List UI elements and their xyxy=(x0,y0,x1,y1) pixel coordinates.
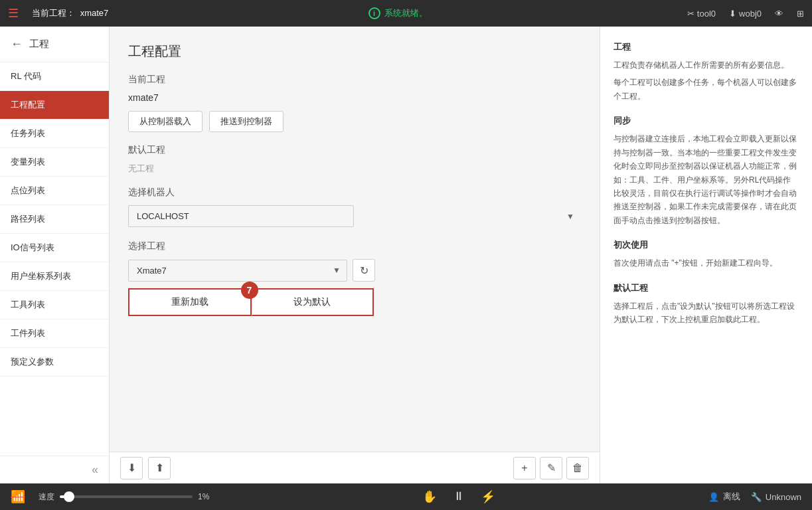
sidebar-item-variable-list[interactable]: 变量列表 xyxy=(0,148,109,177)
topbar: ☰ 当前工程： xmate7 i 系统就绪。 ✂ tool0 ⬇ wobj0 👁… xyxy=(0,0,812,27)
reload-button[interactable]: 重新加载 7 xyxy=(128,288,252,316)
help-text-1: 工程负责存储机器人工作所需要的所有必要信息。 xyxy=(613,58,799,72)
robot-select[interactable]: LOCALHOST xyxy=(128,205,354,227)
help-title-1: 工程 xyxy=(613,40,799,54)
status-right: 👤 离线 🔧 Unknown xyxy=(708,491,801,503)
tool-label: tool0 xyxy=(697,9,716,19)
add-button[interactable]: + xyxy=(513,457,536,479)
grid-button[interactable]: ⊞ xyxy=(797,9,804,19)
sidebar-item-path-list[interactable]: 路径列表 xyxy=(0,205,109,234)
sidebar: ← 工程 RL 代码 工程配置 任务列表 变量列表 点位列表 路径列表 IO信号… xyxy=(0,27,110,483)
help-title-2: 同步 xyxy=(613,114,799,128)
toolbar-left-buttons: ⬇ ⬆ xyxy=(120,457,171,479)
eye-icon: 👁 xyxy=(775,9,783,19)
sidebar-item-point-list[interactable]: 点位列表 xyxy=(0,177,109,205)
robot-select-arrow: ▼ xyxy=(566,212,574,221)
load-from-controller-button[interactable]: 从控制器载入 xyxy=(128,111,203,132)
topbar-status: i 系统就绪。 xyxy=(108,7,687,19)
tool-indicator: ✂ tool0 xyxy=(687,9,716,19)
wobj-icon: ⬇ xyxy=(729,9,736,19)
controller-buttons: 从控制器载入 推送到控制器 xyxy=(128,111,581,132)
delete-button[interactable]: 🗑 xyxy=(566,457,589,479)
sidebar-item-preset-params[interactable]: 预定义参数 xyxy=(0,348,109,377)
tool-icon: ✂ xyxy=(687,9,694,19)
hand-icon[interactable]: ✋ xyxy=(422,489,437,504)
robot-select-container: LOCALHOST ▼ xyxy=(128,205,581,227)
speed-percent: 1% xyxy=(198,492,209,501)
back-button[interactable]: ← xyxy=(11,37,23,51)
help-title-4: 默认工程 xyxy=(613,281,799,296)
speed-section: 速度 1% xyxy=(39,491,209,503)
project-select-row: Xmate7 ▼ ↻ xyxy=(128,259,581,282)
push-to-controller-button[interactable]: 推送到控制器 xyxy=(209,111,284,132)
help-sidebar: 工程 工程负责存储机器人工作所需要的所有必要信息。 每个工程可以创建多个任务，每… xyxy=(600,27,812,483)
content-main: 工程配置 当前工程 xmate7 从控制器载入 推送到控制器 默认工程 无工程 … xyxy=(110,27,600,452)
speed-slider[interactable] xyxy=(60,495,193,498)
speed-thumb[interactable] xyxy=(64,491,74,502)
plus-icon: + xyxy=(521,462,527,474)
edit-button[interactable]: ✎ xyxy=(540,457,562,479)
menu-icon[interactable]: ☰ xyxy=(8,6,19,21)
help-text-4: 首次使用请点击 "+"按钮，开始新建工程向导。 xyxy=(613,256,799,270)
help-text-3: 与控制器建立连接后，本地工程会立即载入更新以保持与控制器一致。当本地的一些重要工… xyxy=(613,132,799,227)
sidebar-item-tool-list[interactable]: 工具列表 xyxy=(0,291,109,319)
wobj-indicator: ⬇ wobj0 xyxy=(729,9,762,19)
collapse-button[interactable]: « xyxy=(0,456,109,483)
pause-icon[interactable]: ⏸ xyxy=(453,489,465,504)
section-select-robot: 选择机器人 xyxy=(128,187,581,199)
sidebar-title: 工程 xyxy=(29,38,49,50)
toolbar-right-buttons: + ✎ 🗑 xyxy=(513,457,589,479)
user-icon: 👤 xyxy=(708,492,719,502)
help-text-2: 每个工程可以创建多个任务，每个机器人可以创建多个工程。 xyxy=(613,76,799,103)
unknown-status: 🔧 Unknown xyxy=(751,492,801,502)
section-default-project: 默认工程 xyxy=(128,144,581,156)
sidebar-item-task-list[interactable]: 任务列表 xyxy=(0,120,109,148)
project-select-container: Xmate7 ▼ xyxy=(128,260,347,282)
sidebar-item-user-frame-list[interactable]: 用户坐标系列表 xyxy=(0,262,109,291)
refresh-button[interactable]: ↻ xyxy=(353,259,375,282)
upload-button[interactable]: ⬆ xyxy=(148,457,171,479)
section-select-project: 选择工程 xyxy=(128,240,581,252)
download-button[interactable]: ⬇ xyxy=(120,457,143,479)
offline-status: 👤 离线 xyxy=(708,491,740,503)
project-select[interactable]: Xmate7 xyxy=(128,260,347,282)
download-icon: ⬇ xyxy=(127,462,136,474)
speed-label: 速度 xyxy=(39,491,54,503)
status-text: 系统就绪。 xyxy=(384,7,428,19)
offline-label: 离线 xyxy=(723,491,740,503)
wobj-label: wobj0 xyxy=(739,9,762,19)
sidebar-item-rl-code[interactable]: RL 代码 xyxy=(0,62,109,91)
grid-icon: ⊞ xyxy=(797,9,804,19)
eye-button[interactable]: 👁 xyxy=(775,9,783,19)
sidebar-nav: RL 代码 工程配置 任务列表 变量列表 点位列表 路径列表 IO信号列表 用户… xyxy=(0,62,109,456)
wifi-icon: 📶 xyxy=(11,489,25,504)
unknown-label: Unknown xyxy=(766,492,801,502)
content-area: 工程配置 当前工程 xmate7 从控制器载入 推送到控制器 默认工程 无工程 … xyxy=(110,27,812,483)
topbar-project-label: 当前工程： xmate7 xyxy=(29,7,108,19)
wrench-icon: 🔧 xyxy=(751,492,762,502)
main-layout: ← 工程 RL 代码 工程配置 任务列表 变量列表 点位列表 路径列表 IO信号… xyxy=(0,27,812,483)
sidebar-item-workpiece-list[interactable]: 工件列表 xyxy=(0,319,109,348)
delete-icon: 🗑 xyxy=(572,462,583,474)
page-title: 工程配置 xyxy=(128,42,581,60)
set-default-button[interactable]: 设为默认 xyxy=(252,288,374,316)
lightning-icon[interactable]: ⚡ xyxy=(481,489,495,504)
topbar-right: ✂ tool0 ⬇ wobj0 👁 ⊞ xyxy=(687,9,804,19)
help-title-3: 初次使用 xyxy=(613,238,799,252)
statusbar: 📶 速度 1% ✋ ⏸ ⚡ 👤 离线 🔧 Unknown xyxy=(0,483,812,510)
action-buttons: 重新加载 7 设为默认 xyxy=(128,288,374,316)
sidebar-header: ← 工程 xyxy=(0,27,109,62)
bottom-toolbar: ⬇ ⬆ + ✎ 🗑 xyxy=(110,452,600,483)
help-text-5: 选择工程后，点击"设为默认"按钮可以将所选工程设为默认工程，下次上控机重启加载此… xyxy=(613,299,799,327)
sidebar-item-project-config[interactable]: 工程配置 xyxy=(0,91,109,120)
upload-icon: ⬆ xyxy=(155,462,164,474)
default-project-value: 无工程 xyxy=(128,163,581,175)
section-current-project: 当前工程 xyxy=(128,74,581,86)
edit-icon: ✎ xyxy=(547,462,556,474)
status-center-icons: ✋ ⏸ ⚡ xyxy=(222,489,694,504)
current-project-name: xmate7 xyxy=(128,92,581,103)
sidebar-item-io-list[interactable]: IO信号列表 xyxy=(0,234,109,262)
step-badge: 7 xyxy=(241,282,258,299)
status-indicator: i xyxy=(368,7,380,19)
